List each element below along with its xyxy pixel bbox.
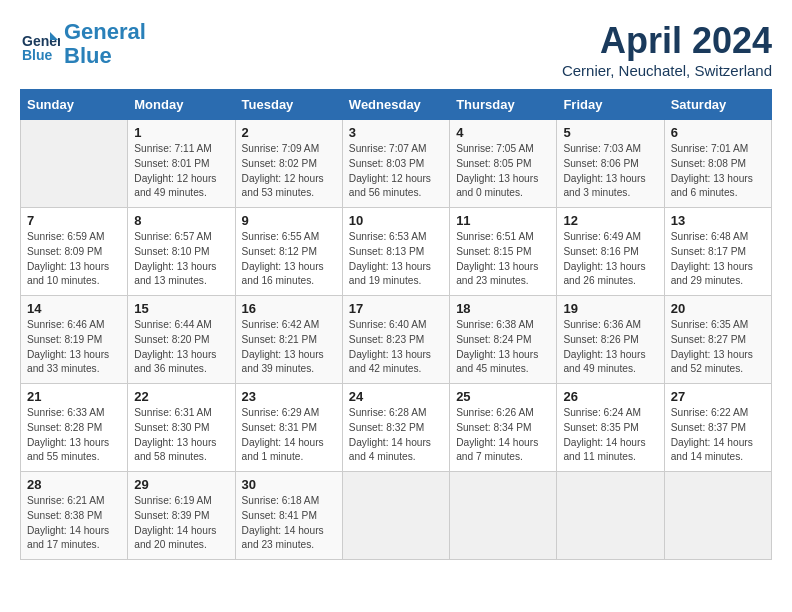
calendar-day-cell: 2Sunrise: 7:09 AM Sunset: 8:02 PM Daylig… xyxy=(235,120,342,208)
weekday-header: Tuesday xyxy=(235,90,342,120)
day-number: 21 xyxy=(27,389,121,404)
day-info: Sunrise: 6:35 AM Sunset: 8:27 PM Dayligh… xyxy=(671,318,765,377)
day-number: 27 xyxy=(671,389,765,404)
day-number: 1 xyxy=(134,125,228,140)
day-number: 10 xyxy=(349,213,443,228)
weekday-header: Sunday xyxy=(21,90,128,120)
title-area: April 2024 Cernier, Neuchatel, Switzerla… xyxy=(562,20,772,79)
day-number: 14 xyxy=(27,301,121,316)
calendar-day-cell: 9Sunrise: 6:55 AM Sunset: 8:12 PM Daylig… xyxy=(235,208,342,296)
day-number: 12 xyxy=(563,213,657,228)
weekday-header: Wednesday xyxy=(342,90,449,120)
day-info: Sunrise: 6:51 AM Sunset: 8:15 PM Dayligh… xyxy=(456,230,550,289)
calendar-day-cell: 26Sunrise: 6:24 AM Sunset: 8:35 PM Dayli… xyxy=(557,384,664,472)
day-info: Sunrise: 6:46 AM Sunset: 8:19 PM Dayligh… xyxy=(27,318,121,377)
calendar-week-row: 1Sunrise: 7:11 AM Sunset: 8:01 PM Daylig… xyxy=(21,120,772,208)
day-number: 24 xyxy=(349,389,443,404)
calendar-day-cell: 18Sunrise: 6:38 AM Sunset: 8:24 PM Dayli… xyxy=(450,296,557,384)
day-info: Sunrise: 6:26 AM Sunset: 8:34 PM Dayligh… xyxy=(456,406,550,465)
day-info: Sunrise: 6:28 AM Sunset: 8:32 PM Dayligh… xyxy=(349,406,443,465)
day-number: 19 xyxy=(563,301,657,316)
day-number: 3 xyxy=(349,125,443,140)
calendar-day-cell xyxy=(21,120,128,208)
calendar-week-row: 28Sunrise: 6:21 AM Sunset: 8:38 PM Dayli… xyxy=(21,472,772,560)
calendar-day-cell xyxy=(664,472,771,560)
day-info: Sunrise: 6:31 AM Sunset: 8:30 PM Dayligh… xyxy=(134,406,228,465)
calendar-day-cell: 21Sunrise: 6:33 AM Sunset: 8:28 PM Dayli… xyxy=(21,384,128,472)
weekday-header: Saturday xyxy=(664,90,771,120)
day-number: 9 xyxy=(242,213,336,228)
calendar-day-cell: 5Sunrise: 7:03 AM Sunset: 8:06 PM Daylig… xyxy=(557,120,664,208)
day-number: 18 xyxy=(456,301,550,316)
day-info: Sunrise: 6:29 AM Sunset: 8:31 PM Dayligh… xyxy=(242,406,336,465)
day-number: 11 xyxy=(456,213,550,228)
day-info: Sunrise: 6:42 AM Sunset: 8:21 PM Dayligh… xyxy=(242,318,336,377)
weekday-header: Friday xyxy=(557,90,664,120)
calendar-day-cell: 15Sunrise: 6:44 AM Sunset: 8:20 PM Dayli… xyxy=(128,296,235,384)
calendar-day-cell: 7Sunrise: 6:59 AM Sunset: 8:09 PM Daylig… xyxy=(21,208,128,296)
day-info: Sunrise: 7:05 AM Sunset: 8:05 PM Dayligh… xyxy=(456,142,550,201)
logo-line2: Blue xyxy=(64,43,112,68)
day-info: Sunrise: 6:38 AM Sunset: 8:24 PM Dayligh… xyxy=(456,318,550,377)
calendar-day-cell: 23Sunrise: 6:29 AM Sunset: 8:31 PM Dayli… xyxy=(235,384,342,472)
calendar-day-cell: 19Sunrise: 6:36 AM Sunset: 8:26 PM Dayli… xyxy=(557,296,664,384)
day-info: Sunrise: 6:44 AM Sunset: 8:20 PM Dayligh… xyxy=(134,318,228,377)
calendar-day-cell: 3Sunrise: 7:07 AM Sunset: 8:03 PM Daylig… xyxy=(342,120,449,208)
day-info: Sunrise: 6:53 AM Sunset: 8:13 PM Dayligh… xyxy=(349,230,443,289)
calendar-week-row: 21Sunrise: 6:33 AM Sunset: 8:28 PM Dayli… xyxy=(21,384,772,472)
day-number: 16 xyxy=(242,301,336,316)
calendar-day-cell: 10Sunrise: 6:53 AM Sunset: 8:13 PM Dayli… xyxy=(342,208,449,296)
day-info: Sunrise: 6:49 AM Sunset: 8:16 PM Dayligh… xyxy=(563,230,657,289)
calendar-day-cell: 28Sunrise: 6:21 AM Sunset: 8:38 PM Dayli… xyxy=(21,472,128,560)
day-info: Sunrise: 6:55 AM Sunset: 8:12 PM Dayligh… xyxy=(242,230,336,289)
day-info: Sunrise: 6:59 AM Sunset: 8:09 PM Dayligh… xyxy=(27,230,121,289)
day-number: 30 xyxy=(242,477,336,492)
day-info: Sunrise: 6:48 AM Sunset: 8:17 PM Dayligh… xyxy=(671,230,765,289)
calendar-day-cell: 4Sunrise: 7:05 AM Sunset: 8:05 PM Daylig… xyxy=(450,120,557,208)
calendar-day-cell: 30Sunrise: 6:18 AM Sunset: 8:41 PM Dayli… xyxy=(235,472,342,560)
day-number: 23 xyxy=(242,389,336,404)
day-number: 4 xyxy=(456,125,550,140)
day-info: Sunrise: 7:07 AM Sunset: 8:03 PM Dayligh… xyxy=(349,142,443,201)
calendar-day-cell xyxy=(557,472,664,560)
day-number: 17 xyxy=(349,301,443,316)
location-subtitle: Cernier, Neuchatel, Switzerland xyxy=(562,62,772,79)
day-info: Sunrise: 6:24 AM Sunset: 8:35 PM Dayligh… xyxy=(563,406,657,465)
day-number: 26 xyxy=(563,389,657,404)
calendar-week-row: 7Sunrise: 6:59 AM Sunset: 8:09 PM Daylig… xyxy=(21,208,772,296)
day-info: Sunrise: 6:21 AM Sunset: 8:38 PM Dayligh… xyxy=(27,494,121,553)
day-info: Sunrise: 6:57 AM Sunset: 8:10 PM Dayligh… xyxy=(134,230,228,289)
day-info: Sunrise: 7:01 AM Sunset: 8:08 PM Dayligh… xyxy=(671,142,765,201)
calendar-day-cell: 1Sunrise: 7:11 AM Sunset: 8:01 PM Daylig… xyxy=(128,120,235,208)
day-info: Sunrise: 6:33 AM Sunset: 8:28 PM Dayligh… xyxy=(27,406,121,465)
calendar-day-cell: 12Sunrise: 6:49 AM Sunset: 8:16 PM Dayli… xyxy=(557,208,664,296)
calendar-day-cell xyxy=(342,472,449,560)
logo-line1: General xyxy=(64,19,146,44)
page-header: General Blue General Blue April 2024 Cer… xyxy=(20,20,772,79)
day-info: Sunrise: 7:11 AM Sunset: 8:01 PM Dayligh… xyxy=(134,142,228,201)
day-info: Sunrise: 7:03 AM Sunset: 8:06 PM Dayligh… xyxy=(563,142,657,201)
day-number: 15 xyxy=(134,301,228,316)
calendar-day-cell: 11Sunrise: 6:51 AM Sunset: 8:15 PM Dayli… xyxy=(450,208,557,296)
weekday-header: Monday xyxy=(128,90,235,120)
calendar-day-cell xyxy=(450,472,557,560)
calendar-week-row: 14Sunrise: 6:46 AM Sunset: 8:19 PM Dayli… xyxy=(21,296,772,384)
calendar-day-cell: 22Sunrise: 6:31 AM Sunset: 8:30 PM Dayli… xyxy=(128,384,235,472)
day-info: Sunrise: 6:22 AM Sunset: 8:37 PM Dayligh… xyxy=(671,406,765,465)
calendar-day-cell: 27Sunrise: 6:22 AM Sunset: 8:37 PM Dayli… xyxy=(664,384,771,472)
weekday-header: Thursday xyxy=(450,90,557,120)
calendar-body: 1Sunrise: 7:11 AM Sunset: 8:01 PM Daylig… xyxy=(21,120,772,560)
day-info: Sunrise: 6:36 AM Sunset: 8:26 PM Dayligh… xyxy=(563,318,657,377)
calendar-day-cell: 17Sunrise: 6:40 AM Sunset: 8:23 PM Dayli… xyxy=(342,296,449,384)
day-number: 13 xyxy=(671,213,765,228)
calendar-day-cell: 29Sunrise: 6:19 AM Sunset: 8:39 PM Dayli… xyxy=(128,472,235,560)
day-info: Sunrise: 6:40 AM Sunset: 8:23 PM Dayligh… xyxy=(349,318,443,377)
day-number: 22 xyxy=(134,389,228,404)
day-info: Sunrise: 6:18 AM Sunset: 8:41 PM Dayligh… xyxy=(242,494,336,553)
day-number: 20 xyxy=(671,301,765,316)
calendar-day-cell: 24Sunrise: 6:28 AM Sunset: 8:32 PM Dayli… xyxy=(342,384,449,472)
day-number: 5 xyxy=(563,125,657,140)
calendar-table: SundayMondayTuesdayWednesdayThursdayFrid… xyxy=(20,89,772,560)
calendar-day-cell: 6Sunrise: 7:01 AM Sunset: 8:08 PM Daylig… xyxy=(664,120,771,208)
day-number: 8 xyxy=(134,213,228,228)
